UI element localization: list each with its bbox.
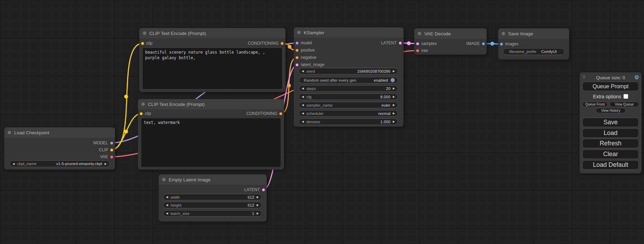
drag-handle-icon[interactable]: ⠿ [582, 74, 586, 80]
latent-port-icon[interactable] [416, 42, 419, 45]
slot-latent-image-input[interactable]: latent_image [295, 61, 325, 68]
queue-front-button[interactable]: Queue Front [582, 102, 608, 107]
node-title-bar[interactable]: Save Image [498, 28, 569, 39]
conditioning-port-icon[interactable] [295, 56, 299, 59]
positive-prompt-textarea[interactable]: beautiful scenery nature glass bottle la… [143, 48, 282, 89]
slot-vae-input[interactable]: vae [416, 47, 428, 54]
right-arrow-icon[interactable]: ▶ [393, 68, 395, 74]
save-button[interactable]: Save [582, 118, 639, 127]
collapse-dot-icon[interactable] [141, 102, 145, 106]
left-arrow-icon[interactable]: ◀ [166, 210, 168, 217]
collapse-dot-icon[interactable] [297, 31, 301, 34]
filename-prefix-widget[interactable]: filename_prefix ComfyUI [503, 48, 565, 55]
left-arrow-icon[interactable]: ◀ [302, 85, 304, 92]
node-vae-decode[interactable]: VAE Decode samples vae IMAGE [414, 28, 487, 55]
collapse-dot-icon[interactable] [143, 31, 146, 35]
right-arrow-icon[interactable]: ▶ [257, 210, 259, 217]
node-title-bar[interactable]: Empty Latent Image [159, 174, 267, 185]
slot-clip-output[interactable]: CLIP [99, 146, 113, 153]
left-arrow-icon[interactable]: ◀ [302, 102, 304, 108]
gear-icon[interactable]: ⚙ [634, 74, 639, 81]
sampler-name-widget[interactable]: ◀ sampler_name euler ▶ [299, 102, 398, 108]
slot-clip-input[interactable]: clip [141, 40, 152, 47]
model-port-icon[interactable] [110, 142, 113, 145]
right-arrow-icon[interactable]: ▶ [105, 161, 107, 167]
width-widget[interactable]: ◀ width 512 ▶ [163, 194, 262, 200]
left-arrow-icon[interactable]: ◀ [166, 202, 168, 208]
right-arrow-icon[interactable]: ▶ [257, 194, 259, 200]
negative-prompt-textarea[interactable]: text, watermark [141, 118, 281, 167]
conditioning-port-icon[interactable] [295, 49, 299, 52]
vae-port-icon[interactable] [110, 155, 113, 159]
toggle-circle-icon[interactable] [390, 78, 395, 82]
clip-port-icon[interactable] [140, 112, 143, 115]
load-default-button[interactable]: Load Default [582, 160, 639, 170]
latent-port-icon[interactable] [262, 188, 265, 191]
slot-conditioning-output[interactable]: CONDITIONING [248, 40, 284, 47]
node-title-bar[interactable]: VAE Decode [414, 28, 487, 39]
slot-model-input[interactable]: model [295, 39, 312, 46]
right-arrow-icon[interactable]: ▶ [393, 93, 395, 100]
clip-port-icon[interactable] [110, 148, 113, 152]
conditioning-port-icon[interactable] [279, 112, 282, 115]
view-queue-button[interactable]: View Queue [610, 102, 639, 107]
node-title-bar[interactable]: Load Checkpoint [4, 127, 115, 138]
graph-canvas[interactable]: Load Checkpoint MODEL CLIP VAE ◀ ckpt_na… [0, 0, 644, 244]
slot-images-input[interactable]: images [500, 40, 519, 47]
node-empty-latent-image[interactable]: Empty Latent Image LATENT ◀ width 512 ▶ … [159, 174, 267, 222]
batch-size-widget[interactable]: ◀ batch_size 1 ▶ [163, 210, 262, 217]
scheduler-widget[interactable]: ◀ scheduler normal ▶ [299, 110, 398, 117]
node-title-bar[interactable]: CLIP Text Encode (Prompt) [139, 28, 285, 38]
slot-positive-input[interactable]: positive [295, 47, 315, 54]
view-history-button[interactable]: View History [596, 108, 626, 113]
vae-port-icon[interactable] [416, 49, 419, 52]
left-arrow-icon[interactable]: ◀ [302, 118, 304, 125]
left-arrow-icon[interactable]: ◀ [302, 110, 304, 117]
seed-widget[interactable]: ◀ seed 156680208700286 ▶ [299, 68, 398, 74]
slot-vae-output[interactable]: VAE [100, 153, 113, 160]
latent-port-icon[interactable] [295, 63, 299, 66]
slot-negative-input[interactable]: negative [295, 54, 316, 61]
node-ksampler[interactable]: KSampler model positive negative latent_… [294, 27, 404, 127]
collapse-dot-icon[interactable] [418, 32, 421, 35]
denoise-widget[interactable]: ◀ denoise 1.000 ▶ [299, 118, 398, 125]
node-title-bar[interactable]: KSampler [294, 27, 404, 38]
slot-clip-input[interactable]: clip [140, 110, 151, 117]
image-port-icon[interactable] [500, 43, 503, 46]
collapse-dot-icon[interactable] [8, 131, 11, 134]
height-widget[interactable]: ◀ height 512 ▶ [163, 202, 262, 208]
conditioning-port-icon[interactable] [281, 42, 284, 45]
node-save-image[interactable]: Save Image images filename_prefix ComfyU… [498, 28, 569, 60]
right-arrow-icon[interactable]: ▶ [393, 85, 395, 92]
slot-samples-input[interactable]: samples [416, 40, 437, 47]
model-port-icon[interactable] [295, 42, 299, 45]
image-port-icon[interactable] [482, 42, 485, 45]
node-load-checkpoint[interactable]: Load Checkpoint MODEL CLIP VAE ◀ ckpt_na… [4, 127, 115, 170]
right-arrow-icon[interactable]: ▶ [393, 102, 395, 108]
slot-image-output[interactable]: IMAGE [466, 40, 485, 47]
slot-model-output[interactable]: MODEL [93, 139, 113, 146]
right-arrow-icon[interactable]: ▶ [393, 110, 395, 117]
cfg-widget[interactable]: ◀ cfg 8.000 ▶ [299, 93, 398, 100]
latent-port-icon[interactable] [399, 42, 402, 45]
left-arrow-icon[interactable]: ◀ [302, 93, 304, 100]
node-clip-text-encode-negative[interactable]: CLIP Text Encode (Prompt) clip CONDITION… [138, 99, 284, 170]
slot-conditioning-output[interactable]: CONDITIONING [246, 110, 282, 117]
random-seed-toggle-widget[interactable]: Random seed after every gen enabled [299, 77, 398, 83]
steps-widget[interactable]: ◀ steps 20 ▶ [299, 85, 398, 92]
left-arrow-icon[interactable]: ◀ [166, 194, 168, 200]
collapse-dot-icon[interactable] [162, 178, 166, 181]
slot-latent-output[interactable]: LATENT [381, 39, 402, 46]
node-title-bar[interactable]: CLIP Text Encode (Prompt) [138, 99, 284, 109]
queue-prompt-button[interactable]: Queue Prompt [582, 82, 639, 91]
load-button[interactable]: Load [582, 128, 639, 138]
ckpt-name-widget[interactable]: ◀ ckpt_name v1-5-pruned-emaonly.ckpt ▶ [9, 160, 110, 167]
right-arrow-icon[interactable]: ▶ [257, 202, 259, 208]
clear-button[interactable]: Clear [582, 150, 639, 159]
right-arrow-icon[interactable]: ▶ [393, 118, 395, 125]
node-clip-text-encode-positive[interactable]: CLIP Text Encode (Prompt) clip CONDITION… [139, 28, 285, 92]
slot-latent-output[interactable]: LATENT [244, 186, 265, 193]
queue-panel[interactable]: ⠿ Queue size: 0 ⚙ Queue Prompt Extra opt… [580, 72, 642, 173]
left-arrow-icon[interactable]: ◀ [12, 161, 15, 167]
left-arrow-icon[interactable]: ◀ [302, 68, 304, 74]
